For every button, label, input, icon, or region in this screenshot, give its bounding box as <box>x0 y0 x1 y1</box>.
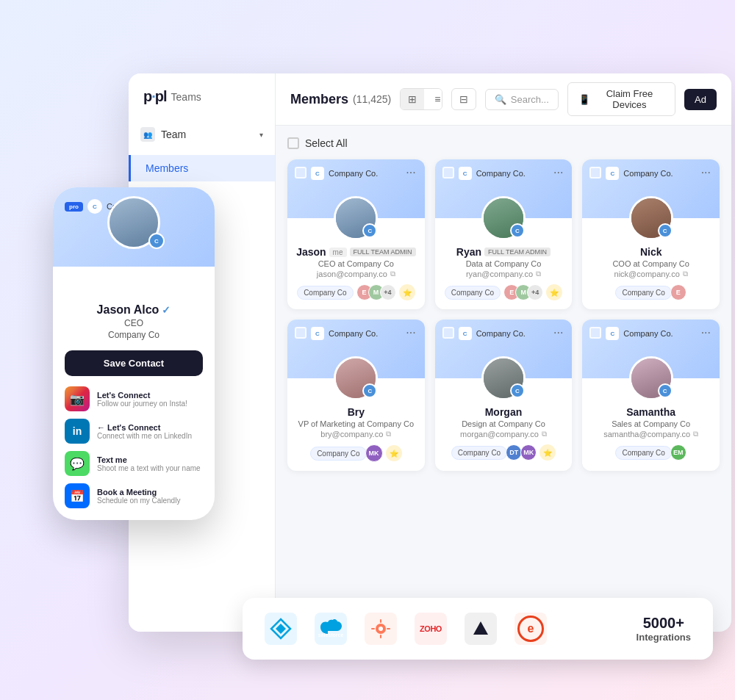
phone-avatar-badge: C <box>148 233 165 249</box>
search-placeholder: Search... <box>511 94 549 105</box>
company-name: Company Co. <box>623 329 673 338</box>
svg-text:salesforce: salesforce <box>318 632 344 638</box>
member-card-samantha[interactable]: C Company Co. ··· C Samantha <box>582 320 720 471</box>
team-icon: 👥 <box>140 127 155 142</box>
copy-icon[interactable]: ⧉ <box>683 270 688 278</box>
tag-pill: Company Co <box>297 286 353 300</box>
card-checkbox[interactable] <box>589 167 601 178</box>
save-contact-button[interactable]: Save Contact <box>65 350 203 376</box>
member-role: Design at Company Co <box>444 419 564 428</box>
sidebar-item-members[interactable]: Members <box>129 155 275 181</box>
company-logo: C <box>311 167 324 180</box>
company-logo: C <box>606 167 619 180</box>
popl-badge: C <box>362 223 377 238</box>
pro-badge: pro <box>65 202 83 212</box>
member-name: Jason <box>296 246 326 258</box>
member-email: morgan@company.co <box>460 430 539 439</box>
engage-logo: e <box>514 613 547 645</box>
dashboard: p·pl Teams 👥 Team ▾ Members Subteams Tem… <box>129 73 731 632</box>
member-card-bry[interactable]: C Company Co. ··· C Bry <box>287 320 425 471</box>
team-label: Team <box>161 129 186 140</box>
claim-devices-button[interactable]: 📱 Claim Free Devices <box>567 82 675 116</box>
avatar-mini: MK <box>365 444 383 462</box>
member-avatar: C <box>334 196 378 240</box>
filter-button[interactable]: ⊟ <box>451 88 476 110</box>
page-title: Members <box>290 92 348 107</box>
link-subtitle: Follow our journey on Insta! <box>97 400 187 408</box>
tag-pill: Company Co <box>451 446 507 460</box>
search-icon: 🔍 <box>495 94 506 105</box>
tag-pill: Company Co <box>445 286 501 300</box>
copy-icon[interactable]: ⧉ <box>386 430 391 439</box>
company-logo: C <box>311 327 324 340</box>
company-name: Company Co. <box>476 169 526 178</box>
link-title: Text me <box>97 455 201 464</box>
content-area: Select All C Company Co. ··· <box>276 126 731 632</box>
copy-icon[interactable]: ⧉ <box>536 270 541 278</box>
link-title: ← Let's Connect <box>97 423 192 432</box>
member-avatar: C <box>481 356 526 400</box>
card-menu-button[interactable]: ··· <box>406 327 415 339</box>
member-card-jason[interactable]: C Company Co. ··· C Jason <box>287 159 425 309</box>
me-badge: me <box>329 248 347 257</box>
member-name: Ryan <box>456 246 481 258</box>
card-checkbox[interactable] <box>295 167 306 178</box>
svg-rect-8 <box>387 628 390 629</box>
link-subtitle: Schedule on my Calendly <box>97 497 180 505</box>
company-name: Company Co. <box>623 169 673 178</box>
phone-name: Jason Alco ✓ <box>65 303 203 317</box>
salesforce-logo: salesforce <box>315 613 347 645</box>
member-name: Samantha <box>626 406 675 418</box>
card-menu-button[interactable]: ··· <box>701 167 711 178</box>
star-icon: ⭐ <box>546 284 562 300</box>
main-content: Members (11,425) ⊞ ≡ ⊟ 🔍 Search... 📱 Cla… <box>276 73 731 632</box>
list-view-button[interactable]: ≡ <box>427 89 442 109</box>
phone-company-logo: C <box>87 199 102 214</box>
pipedrive-logo <box>465 613 497 645</box>
member-name: Nick <box>640 246 662 258</box>
card-checkbox[interactable] <box>442 327 454 339</box>
link-subtitle: Shoot me a text with your name <box>97 464 201 472</box>
app-logo: p·pl Teams <box>129 88 275 120</box>
view-toggle: ⊞ ≡ <box>400 88 442 110</box>
instagram-link[interactable]: 📷 Let's Connect Follow our journey on In… <box>65 386 203 411</box>
member-card-nick[interactable]: C Company Co. ··· C Nick <box>582 159 720 309</box>
frontapp-logo <box>265 613 297 645</box>
company-logo: C <box>459 167 472 180</box>
member-card-morgan[interactable]: C Company Co. ··· C Morgan <box>435 320 573 471</box>
svg-rect-6 <box>380 635 381 638</box>
integrations-count: 5000+ Integrations <box>637 614 691 643</box>
avatar-mini: DT <box>506 444 522 461</box>
add-button[interactable]: Ad <box>684 89 717 110</box>
card-menu-button[interactable]: ··· <box>553 327 563 339</box>
copy-icon[interactable]: ⧉ <box>390 270 395 278</box>
member-role: CEO at Company Co <box>296 259 416 268</box>
avatar-count: +4 <box>527 284 543 300</box>
sms-icon: 💬 <box>65 451 90 476</box>
calendly-link[interactable]: 📅 Book a Meeting Schedule on my Calendly <box>65 483 203 508</box>
card-checkbox[interactable] <box>442 167 454 178</box>
card-menu-button[interactable]: ··· <box>553 167 563 178</box>
card-menu-button[interactable]: ··· <box>406 167 415 178</box>
member-role: VP of Marketing at Company Co <box>296 419 416 428</box>
sms-link[interactable]: 💬 Text me Shoot me a text with your name <box>65 451 203 476</box>
copy-icon[interactable]: ⧉ <box>542 430 547 439</box>
linkedin-link[interactable]: in ← Let's Connect Connect with me on Li… <box>65 419 203 444</box>
copy-icon[interactable]: ⧉ <box>693 430 698 439</box>
member-email: ryan@company.co <box>466 270 533 278</box>
members-grid: C Company Co. ··· C Jason <box>287 159 720 471</box>
card-menu-button[interactable]: ··· <box>701 327 711 339</box>
card-checkbox[interactable] <box>295 327 306 339</box>
grid-view-button[interactable]: ⊞ <box>401 89 424 109</box>
phone-company: Company Co <box>65 330 203 340</box>
svg-point-4 <box>379 627 383 631</box>
popl-badge: C <box>658 383 673 398</box>
hubspot-logo <box>365 613 397 645</box>
team-section[interactable]: 👥 Team ▾ <box>129 120 275 149</box>
select-all-checkbox[interactable] <box>287 137 299 149</box>
member-card-ryan[interactable]: C Company Co. ··· C Ryan <box>435 159 573 309</box>
member-role: COO at Company Co <box>591 259 711 268</box>
calendly-icon: 📅 <box>65 483 90 508</box>
card-checkbox[interactable] <box>589 327 601 339</box>
search-bar[interactable]: 🔍 Search... <box>485 89 559 110</box>
